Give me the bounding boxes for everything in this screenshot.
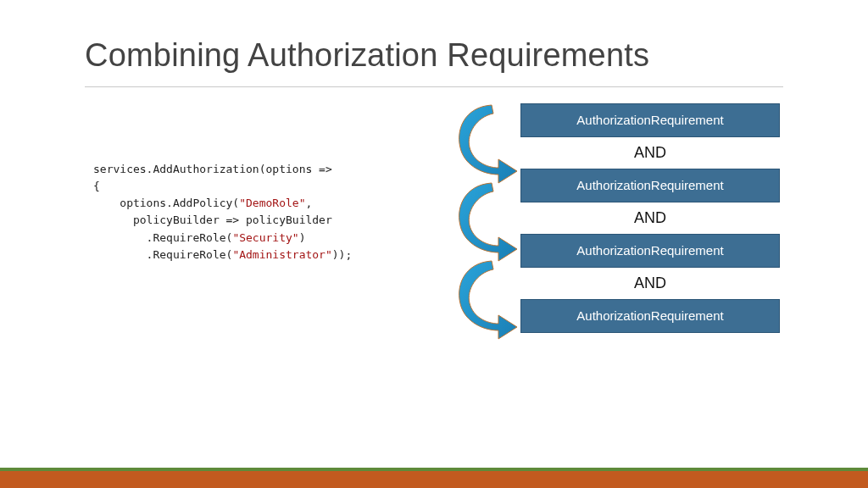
code-snippet: services.AddAuthorization(options => { o…	[93, 161, 352, 263]
curved-arrow-icon	[459, 183, 517, 261]
code-line: services.AddAuthorization(options =>	[93, 163, 332, 175]
title-underline	[85, 86, 783, 87]
and-label: AND	[520, 137, 780, 169]
code-line: policyBuilder => policyBuilder	[93, 214, 332, 226]
slide: Combining Authorization Requirements ser…	[0, 0, 868, 488]
requirement-box: AuthorizationRequirement	[520, 234, 780, 268]
requirement-box: AuthorizationRequirement	[520, 169, 780, 202]
code-line: .RequireRole("Security")	[93, 231, 305, 244]
code-line: .RequireRole("Administrator"));	[93, 248, 352, 261]
code-line: {	[93, 180, 100, 192]
code-line: options.AddPolicy("DemoRole",	[93, 197, 312, 209]
and-label: AND	[520, 268, 780, 299]
requirement-box: AuthorizationRequirement	[520, 103, 780, 137]
curved-arrow-icon	[459, 105, 517, 183]
arrows-group	[449, 102, 526, 407]
requirements-stack: AuthorizationRequirement AND Authorizati…	[520, 103, 780, 333]
and-label: AND	[520, 202, 780, 234]
requirement-box: AuthorizationRequirement	[520, 299, 780, 333]
footer-accent-inner	[0, 471, 868, 488]
curved-arrow-icon	[459, 261, 517, 339]
slide-title: Combining Authorization Requirements	[85, 37, 649, 74]
